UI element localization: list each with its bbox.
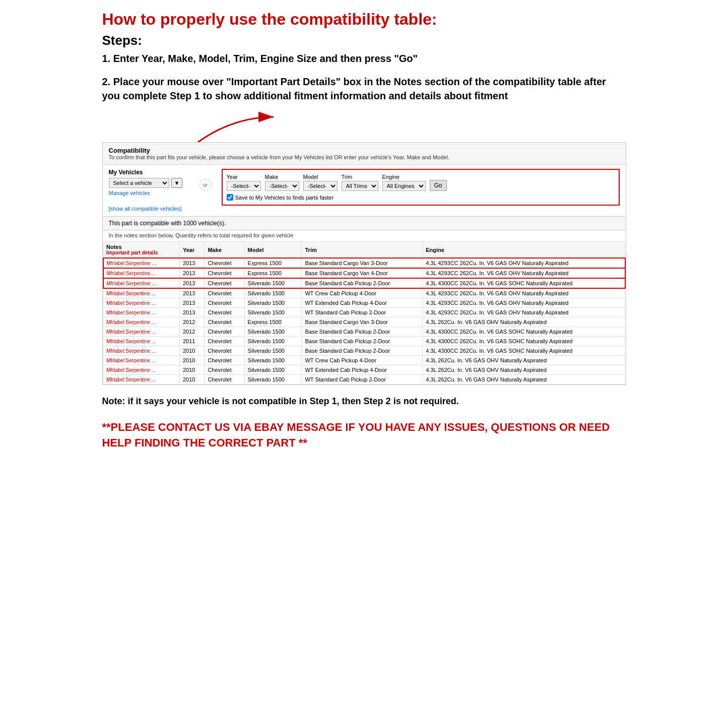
col-header-model: Model (244, 242, 302, 259)
table-row: Mfrlabel:Serpentine....2013ChevroletExpr… (103, 268, 625, 278)
model-cell: Silverado 1500 (244, 278, 302, 288)
make-cell: Chevrolet (205, 288, 244, 298)
save-row: Save to My Vehicles to finds parts faste… (227, 194, 615, 201)
model-cell: Silverado 1500 (244, 298, 302, 308)
col-header-year: Year (179, 242, 204, 259)
compat-body: My Vehicles Select a vehicle ▼ Manage ve… (103, 165, 626, 216)
col-header-trim: Trim (302, 242, 423, 259)
year-cell: 2012 (179, 317, 204, 327)
make-select[interactable]: -Select- (265, 181, 299, 191)
model-cell: Silverado 1500 (244, 356, 302, 365)
engine-cell: 4.3L 4300CC 262Cu. In. V6 GAS SOHC Natur… (423, 327, 625, 337)
notes-cell: Mfrlabel:Serpentine ... (103, 337, 180, 346)
make-cell: Chevrolet (205, 365, 244, 375)
manage-vehicles-link[interactable]: Manage vehicles (109, 190, 189, 196)
table-body: Mfrlabel:Serpentine ....2013ChevroletExp… (103, 258, 625, 385)
notes-sub-header: Important part details (106, 250, 176, 256)
engine-cell: 4.3L 4300CC 262Cu. In. V6 GAS SOHC Natur… (423, 337, 625, 346)
trim-cell: WT Extended Cab Pickup 4-Door (302, 298, 423, 308)
make-cell: Chevrolet (205, 337, 244, 346)
notes-cell: Mfrlabel:Serpentine .... (103, 278, 180, 288)
vehicle-select-arrow[interactable]: ▼ (171, 178, 183, 188)
make-label: Make (265, 174, 299, 180)
engine-cell: 4.3L 262Cu. In. V6 GAS OHV Naturally Asp… (423, 365, 625, 375)
trim-cell: Base Standard Cab Pickup 2-Door (302, 327, 423, 337)
contact-text: **PLEASE CONTACT US VIA EBAY MESSAGE IF … (102, 420, 626, 451)
model-cell: Silverado 1500 (244, 346, 302, 356)
year-cell: 2011 (179, 337, 204, 346)
notes-cell: Mfrlabel:Serpentine ... (103, 298, 180, 308)
year-cell: 2013 (179, 278, 204, 288)
table-row: Mfrlabel:Serpentine ...2013ChevroletSilv… (103, 288, 625, 298)
table-row: Mfrlabel:Serpentine ...2010ChevroletSilv… (103, 375, 625, 385)
trim-cell: Base Standard Cargo Van 3-Door (302, 317, 423, 327)
trim-cell: Base Standard Cab Pickup 2-Door (302, 346, 423, 356)
trim-col: Trim All Trims (342, 174, 378, 191)
go-button[interactable]: Go (430, 180, 447, 191)
model-cell: Express 1500 (244, 317, 302, 327)
table-row: Mfrlabel:Serpentine ...2012ChevroletSilv… (103, 327, 625, 337)
note-text: Note: if it says your vehicle is not com… (102, 395, 626, 408)
my-vehicles-label: My Vehicles (109, 169, 189, 176)
compat-title: Compatibility (109, 147, 620, 154)
model-select[interactable]: -Select- (303, 181, 338, 191)
make-cell: Chevrolet (205, 258, 244, 268)
compatibility-table: Notes Important part details Year Make M… (103, 241, 626, 385)
notes-cell: Mfrlabel:Serpentine ... (103, 356, 180, 365)
year-cell: 2013 (179, 288, 204, 298)
model-cell: Silverado 1500 (244, 365, 302, 375)
year-cell: 2013 (179, 258, 204, 268)
make-cell: Chevrolet (205, 346, 244, 356)
engine-cell: 4.3L 262Cu. In. V6 GAS OHV Naturally Asp… (423, 356, 625, 365)
compat-subtitle: To confirm that this part fits your vehi… (109, 154, 620, 160)
make-cell: Chevrolet (205, 278, 244, 288)
table-row: Mfrlabel:Serpentine ...2010ChevroletSilv… (103, 365, 625, 375)
engine-cell: 4.3L 262Cu. In. V6 GAS OHV Naturally Asp… (423, 375, 625, 385)
make-cell: Chevrolet (205, 308, 244, 317)
trim-cell: WT Crew Cab Pickup 4-Door (302, 288, 423, 298)
compatibility-section: Compatibility To confirm that this part … (102, 142, 626, 385)
year-cell: 2013 (179, 268, 204, 278)
make-cell: Chevrolet (205, 375, 244, 385)
compat-info-bar: This part is compatible with 1000 vehicl… (103, 216, 626, 230)
model-label: Model (303, 174, 338, 180)
show-all-link[interactable]: [show all compatible vehicles] (109, 206, 182, 212)
save-label: Save to My Vehicles to finds parts faste… (235, 195, 334, 201)
year-cell: 2013 (179, 308, 204, 317)
or-divider: or (200, 179, 212, 191)
engine-col: Engine All Engines (382, 174, 426, 191)
model-cell: Silverado 1500 (244, 327, 302, 337)
trim-cell: Base Standard Cab Pickup 2-Door (302, 278, 423, 288)
save-checkbox[interactable] (227, 194, 233, 201)
make-cell: Chevrolet (205, 356, 244, 365)
make-cell: Chevrolet (205, 317, 244, 327)
table-row: Mfrlabel:Serpentine ....2013ChevroletExp… (103, 258, 625, 268)
col-header-make: Make (205, 242, 244, 259)
year-cell: 2010 (179, 365, 204, 375)
engine-select[interactable]: All Engines (382, 181, 426, 191)
trim-cell: Base Standard Cab Pickup 2-Door (302, 337, 423, 346)
ymm-section: Year -Select- Make -Select- Model -Selec… (222, 169, 620, 206)
model-cell: Express 1500 (244, 258, 302, 268)
engine-label: Engine (382, 174, 426, 180)
year-cell: 2012 (179, 327, 204, 337)
compat-quantity-note: In the notes section below, Quantity ref… (103, 230, 626, 241)
table-row: Mfrlabel:Serpentine ...2010ChevroletSilv… (103, 356, 625, 365)
table-row: Mfrlabel:Serpentine ...2011ChevroletSilv… (103, 337, 625, 346)
trim-cell: Base Standard Cargo Van 4-Door (302, 268, 423, 278)
year-select[interactable]: -Select- (227, 181, 261, 191)
steps-title: Steps: (102, 33, 626, 48)
vehicle-select-dropdown[interactable]: Select a vehicle (109, 178, 169, 188)
trim-cell: WT Standard Cab Pickup 2-Door (302, 375, 423, 385)
trim-select[interactable]: All Trims (342, 181, 378, 191)
year-cell: 2010 (179, 346, 204, 356)
year-cell: 2013 (179, 298, 204, 308)
step-1-text: 1. Enter Year, Make, Model, Trim, Engine… (102, 51, 626, 66)
year-label: Year (227, 174, 261, 180)
make-cell: Chevrolet (205, 298, 244, 308)
engine-cell: 4.3L 4293CC 262Cu. In. V6 GAS OHV Natura… (423, 308, 625, 317)
ymm-row: Year -Select- Make -Select- Model -Selec… (227, 174, 615, 191)
trim-cell: WT Extended Cab Pickup 4-Door (302, 365, 423, 375)
main-title: How to properly use the compatibility ta… (102, 10, 626, 29)
notes-cell: Mfrlabel:Serpentine.... (103, 268, 180, 278)
